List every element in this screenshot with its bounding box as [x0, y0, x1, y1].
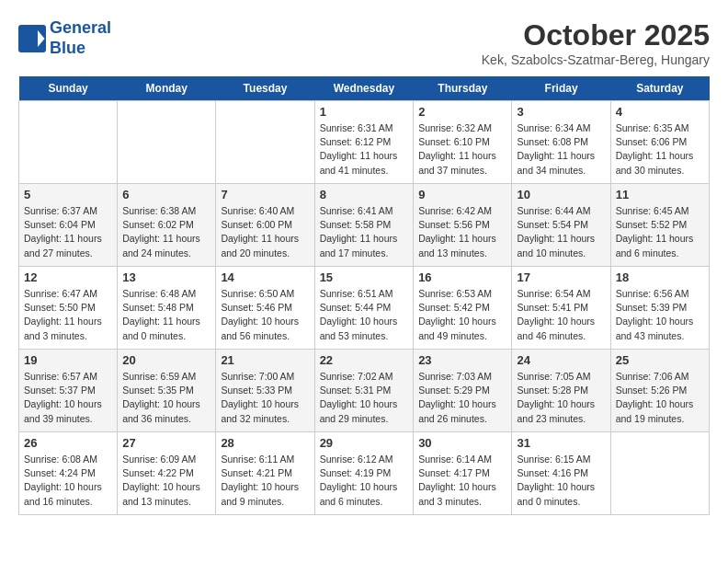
day-number: 12 — [24, 270, 112, 284]
day-header-wednesday: Wednesday — [314, 76, 414, 101]
day-cell-29: 29Sunrise: 6:12 AMSunset: 4:19 PMDayligh… — [314, 432, 414, 515]
empty-cell — [118, 101, 216, 184]
calendar-table: SundayMondayTuesdayWednesdayThursdayFrid… — [18, 76, 710, 515]
day-info: Sunrise: 7:03 AMSunset: 5:29 PMDaylight:… — [418, 370, 506, 426]
day-cell-10: 10Sunrise: 6:44 AMSunset: 5:54 PMDayligh… — [512, 184, 610, 267]
day-number: 24 — [517, 353, 605, 367]
day-cell-19: 19Sunrise: 6:57 AMSunset: 5:37 PMDayligh… — [19, 350, 118, 432]
day-cell-26: 26Sunrise: 6:08 AMSunset: 4:24 PMDayligh… — [19, 432, 118, 515]
day-number: 13 — [122, 270, 210, 284]
day-cell-6: 6Sunrise: 6:38 AMSunset: 6:02 PMDaylight… — [118, 184, 216, 267]
day-info: Sunrise: 7:05 AMSunset: 5:28 PMDaylight:… — [517, 370, 605, 426]
day-info: Sunrise: 6:31 AMSunset: 6:12 PMDaylight:… — [320, 121, 409, 178]
day-number: 1 — [320, 105, 409, 119]
day-cell-16: 16Sunrise: 6:53 AMSunset: 5:42 PMDayligh… — [414, 267, 512, 350]
day-cell-3: 3Sunrise: 6:34 AMSunset: 6:08 PMDaylight… — [512, 101, 610, 184]
day-number: 18 — [616, 270, 704, 284]
week-row-1: 1Sunrise: 6:31 AMSunset: 6:12 PMDaylight… — [19, 101, 710, 184]
day-number: 26 — [24, 436, 112, 450]
day-info: Sunrise: 6:53 AMSunset: 5:42 PMDaylight:… — [418, 287, 506, 343]
day-number: 7 — [221, 188, 309, 201]
month-title: October 2025 — [482, 18, 710, 52]
day-info: Sunrise: 6:42 AMSunset: 5:56 PMDaylight:… — [418, 204, 506, 260]
logo: General Blue — [18, 18, 111, 58]
day-info: Sunrise: 6:40 AMSunset: 6:00 PMDaylight:… — [221, 204, 309, 260]
header-row: SundayMondayTuesdayWednesdayThursdayFrid… — [19, 76, 710, 101]
day-number: 23 — [418, 353, 506, 367]
day-number: 20 — [122, 353, 210, 367]
day-cell-9: 9Sunrise: 6:42 AMSunset: 5:56 PMDaylight… — [414, 184, 512, 267]
day-cell-15: 15Sunrise: 6:51 AMSunset: 5:44 PMDayligh… — [314, 267, 414, 350]
day-info: Sunrise: 6:38 AMSunset: 6:02 PMDaylight:… — [122, 204, 210, 260]
day-cell-4: 4Sunrise: 6:35 AMSunset: 6:06 PMDaylight… — [610, 101, 709, 184]
day-info: Sunrise: 6:12 AMSunset: 4:19 PMDaylight:… — [320, 453, 409, 509]
day-header-thursday: Thursday — [414, 76, 512, 101]
logo-line2: Blue — [50, 39, 85, 57]
day-number: 14 — [221, 270, 309, 284]
empty-cell — [19, 101, 118, 184]
day-info: Sunrise: 7:06 AMSunset: 5:26 PMDaylight:… — [616, 370, 704, 426]
day-info: Sunrise: 6:09 AMSunset: 4:22 PMDaylight:… — [122, 453, 210, 509]
day-info: Sunrise: 7:02 AMSunset: 5:31 PMDaylight:… — [320, 370, 409, 426]
day-cell-1: 1Sunrise: 6:31 AMSunset: 6:12 PMDaylight… — [314, 101, 414, 184]
day-info: Sunrise: 6:57 AMSunset: 5:37 PMDaylight:… — [24, 370, 112, 426]
day-info: Sunrise: 6:59 AMSunset: 5:35 PMDaylight:… — [122, 370, 210, 426]
day-info: Sunrise: 6:41 AMSunset: 5:58 PMDaylight:… — [320, 204, 409, 260]
day-cell-14: 14Sunrise: 6:50 AMSunset: 5:46 PMDayligh… — [216, 267, 314, 350]
day-info: Sunrise: 6:35 AMSunset: 6:06 PMDaylight:… — [616, 121, 704, 178]
day-cell-27: 27Sunrise: 6:09 AMSunset: 4:22 PMDayligh… — [118, 432, 216, 515]
day-cell-23: 23Sunrise: 7:03 AMSunset: 5:29 PMDayligh… — [414, 350, 512, 432]
day-cell-25: 25Sunrise: 7:06 AMSunset: 5:26 PMDayligh… — [610, 350, 709, 432]
day-info: Sunrise: 6:45 AMSunset: 5:52 PMDaylight:… — [616, 204, 704, 260]
day-info: Sunrise: 6:47 AMSunset: 5:50 PMDaylight:… — [24, 287, 112, 343]
day-header-tuesday: Tuesday — [216, 76, 314, 101]
day-cell-7: 7Sunrise: 6:40 AMSunset: 6:00 PMDaylight… — [216, 184, 314, 267]
logo-line1: General — [50, 18, 111, 37]
day-info: Sunrise: 6:50 AMSunset: 5:46 PMDaylight:… — [221, 287, 309, 343]
logo-icon — [18, 25, 46, 52]
day-number: 28 — [221, 436, 309, 450]
day-header-friday: Friday — [512, 76, 610, 101]
week-row-4: 19Sunrise: 6:57 AMSunset: 5:37 PMDayligh… — [19, 350, 710, 432]
day-number: 9 — [418, 188, 506, 201]
logo-text: General Blue — [50, 18, 111, 58]
day-info: Sunrise: 6:08 AMSunset: 4:24 PMDaylight:… — [24, 453, 112, 509]
day-number: 29 — [320, 436, 409, 450]
day-number: 3 — [517, 105, 605, 119]
day-number: 6 — [122, 188, 210, 201]
day-number: 30 — [418, 436, 506, 450]
day-number: 2 — [418, 105, 506, 119]
day-cell-12: 12Sunrise: 6:47 AMSunset: 5:50 PMDayligh… — [19, 267, 118, 350]
day-cell-21: 21Sunrise: 7:00 AMSunset: 5:33 PMDayligh… — [216, 350, 314, 432]
day-header-monday: Monday — [118, 76, 216, 101]
location-title: Kek, Szabolcs-Szatmar-Bereg, Hungary — [482, 52, 710, 67]
day-cell-31: 31Sunrise: 6:15 AMSunset: 4:16 PMDayligh… — [512, 432, 610, 515]
title-block: October 2025 Kek, Szabolcs-Szatmar-Bereg… — [482, 18, 710, 67]
day-info: Sunrise: 6:37 AMSunset: 6:04 PMDaylight:… — [24, 204, 112, 260]
day-header-sunday: Sunday — [19, 76, 118, 101]
day-number: 25 — [616, 353, 704, 367]
day-number: 31 — [517, 436, 605, 450]
day-info: Sunrise: 6:34 AMSunset: 6:08 PMDaylight:… — [517, 121, 605, 178]
day-info: Sunrise: 6:15 AMSunset: 4:16 PMDaylight:… — [517, 453, 605, 509]
day-cell-13: 13Sunrise: 6:48 AMSunset: 5:48 PMDayligh… — [118, 267, 216, 350]
day-cell-8: 8Sunrise: 6:41 AMSunset: 5:58 PMDaylight… — [314, 184, 414, 267]
week-row-2: 5Sunrise: 6:37 AMSunset: 6:04 PMDaylight… — [19, 184, 710, 267]
day-info: Sunrise: 6:48 AMSunset: 5:48 PMDaylight:… — [122, 287, 210, 343]
page-header: General Blue October 2025 Kek, Szabolcs-… — [18, 18, 710, 67]
week-row-3: 12Sunrise: 6:47 AMSunset: 5:50 PMDayligh… — [19, 267, 710, 350]
day-cell-2: 2Sunrise: 6:32 AMSunset: 6:10 PMDaylight… — [414, 101, 512, 184]
day-header-saturday: Saturday — [610, 76, 709, 101]
day-number: 5 — [24, 188, 112, 201]
day-info: Sunrise: 6:44 AMSunset: 5:54 PMDaylight:… — [517, 204, 605, 260]
day-cell-22: 22Sunrise: 7:02 AMSunset: 5:31 PMDayligh… — [314, 350, 414, 432]
day-number: 17 — [517, 270, 605, 284]
day-info: Sunrise: 6:54 AMSunset: 5:41 PMDaylight:… — [517, 287, 605, 343]
day-number: 4 — [616, 105, 704, 119]
day-number: 22 — [320, 353, 409, 367]
day-number: 19 — [24, 353, 112, 367]
day-info: Sunrise: 6:32 AMSunset: 6:10 PMDaylight:… — [418, 121, 506, 178]
empty-cell — [610, 432, 709, 515]
week-row-5: 26Sunrise: 6:08 AMSunset: 4:24 PMDayligh… — [19, 432, 710, 515]
day-number: 10 — [517, 188, 605, 201]
